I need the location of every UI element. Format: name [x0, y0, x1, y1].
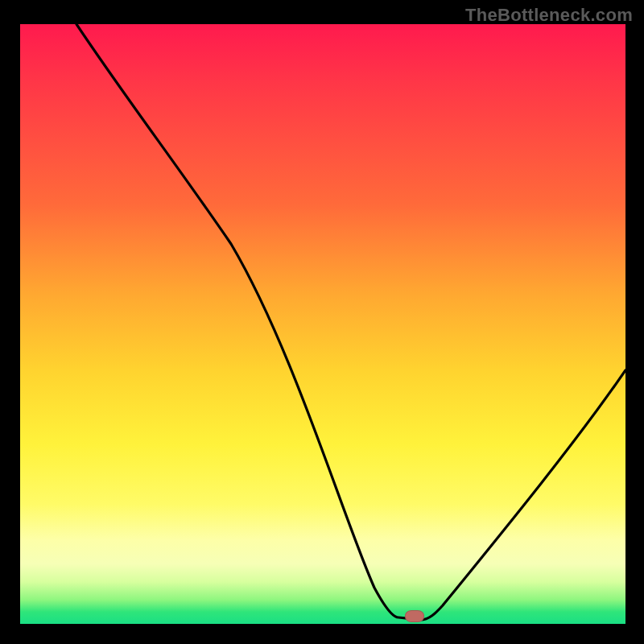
bottleneck-curve — [20, 24, 625, 624]
optimum-marker — [405, 610, 424, 622]
chart-container: TheBottleneck.com — [0, 0, 644, 644]
watermark-text: TheBottleneck.com — [465, 5, 633, 26]
plot-area — [20, 24, 625, 624]
